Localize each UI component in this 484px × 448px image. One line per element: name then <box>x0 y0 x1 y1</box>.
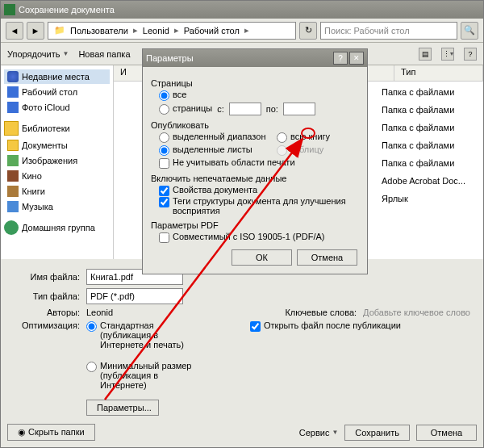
pictures-icon <box>7 155 19 166</box>
sidebar-item-pictures[interactable]: Изображения <box>4 153 110 168</box>
from-label: с: <box>217 104 224 114</box>
dialog-footer: ◉ Скрыть папки Сервис ▼ Сохранить Отмена <box>7 424 477 441</box>
parameters-button[interactable]: Параметры... <box>86 400 159 416</box>
keywords-hint[interactable]: Добавьте ключевое слово <box>363 308 470 317</box>
sidebar-item-icloud[interactable]: Фото iCloud <box>4 100 110 115</box>
sidebar-item-music[interactable]: Музыка <box>4 199 110 214</box>
pub-table-radio[interactable]: таблицу <box>277 144 323 156</box>
sidebar-item-books[interactable]: Книги <box>4 184 110 199</box>
col-type[interactable]: Тип <box>394 65 483 81</box>
sidebar-homegroup[interactable]: Домашняя группа <box>4 219 110 237</box>
optimization-label: Оптимизация: <box>14 320 80 330</box>
list-item[interactable]: Папка с файлами <box>378 138 483 153</box>
refresh-button[interactable]: ↻ <box>299 22 317 40</box>
sidebar-item-documents[interactable]: Документы <box>4 138 110 153</box>
list-item[interactable]: Adobe Acrobat Doc... <box>378 174 483 188</box>
sidebar-item-desktop[interactable]: Рабочий стол <box>4 85 110 99</box>
sidebar-libraries-header[interactable]: Библиотеки <box>4 119 110 137</box>
popup-close-button[interactable]: ✕ <box>349 52 364 65</box>
filetype-input[interactable] <box>86 288 183 304</box>
list-item[interactable]: Папка с файлами <box>378 85 483 99</box>
address-bar: ◄ ► 📁 Пользователи▸ Leonid▸ Рабочий стол… <box>1 19 483 43</box>
sidebar-item-video[interactable]: Кино <box>4 169 110 183</box>
filename-label: Имя файла: <box>14 272 80 282</box>
list-item[interactable]: Папка с файлами <box>378 156 483 170</box>
pdf-params-group: Параметры PDF <box>151 220 361 230</box>
icloud-icon <box>7 102 19 113</box>
back-button[interactable]: ◄ <box>6 22 23 40</box>
desktop-icon <box>7 86 19 98</box>
parameters-dialog: Параметры ? ✕ Страницы все страницы с: п… <box>142 48 368 274</box>
file-list: Папка с файлами Папка с файлами Папка с … <box>378 82 483 209</box>
music-icon <box>7 201 19 212</box>
filetype-label: Тип файла: <box>14 291 80 301</box>
search-go-button[interactable]: 🔍 <box>461 22 478 40</box>
open-after-checkbox[interactable]: Открыть файл после публикации <box>250 320 401 332</box>
pub-sheets-radio[interactable]: выделенные листы <box>159 144 272 156</box>
authors-label: Авторы: <box>14 308 80 317</box>
film-icon <box>7 170 19 182</box>
star-icon <box>7 71 19 82</box>
include-group: Включить непечатаемые данные <box>151 174 361 183</box>
opt-standard-radio[interactable]: Стандартная (публикация в Интернете и пе… <box>86 320 205 350</box>
breadcrumb-item[interactable]: Leonid <box>140 26 172 36</box>
struct-tags-checkbox[interactable]: Теги структуры документа для улучшения в… <box>159 196 361 216</box>
pages-range-radio[interactable]: страницы <box>159 103 212 115</box>
opt-minimum-radio[interactable]: Минимальный размер (публикация в Интерне… <box>86 361 205 390</box>
sidebar-item-recent[interactable]: Недавние места <box>4 69 110 84</box>
ignore-print-checkbox[interactable]: Не учитывать области печати <box>159 157 361 169</box>
forward-button[interactable]: ► <box>27 22 44 40</box>
cancel-button[interactable]: Отмена <box>416 425 477 441</box>
to-label: по: <box>266 104 278 114</box>
main-titlebar[interactable]: Сохранение документа <box>1 1 483 19</box>
new-folder-button[interactable]: Новая папка <box>78 49 130 59</box>
folder-icon <box>7 140 19 151</box>
publish-group: Опубликовать <box>151 120 361 130</box>
popup-cancel-button[interactable]: Отмена <box>297 249 357 266</box>
help-icon[interactable]: ? <box>464 48 477 61</box>
breadcrumb[interactable]: 📁 Пользователи▸ Leonid▸ Рабочий стол▸ <box>48 22 296 40</box>
view-layout-icon[interactable]: ▤ <box>419 48 432 61</box>
service-menu[interactable]: Сервис ▼ <box>299 428 339 438</box>
hide-folders-button[interactable]: ◉ Скрыть папки <box>7 424 95 441</box>
libraries-icon <box>4 121 19 136</box>
view-options-icon[interactable]: ⋮▾ <box>441 48 454 61</box>
homegroup-icon <box>4 220 19 235</box>
window-title: Сохранение документа <box>19 5 480 15</box>
pages-all-radio[interactable]: все <box>159 90 361 101</box>
organize-menu[interactable]: Упорядочить▼ <box>7 49 69 59</box>
page-to-input[interactable] <box>283 103 315 115</box>
popup-title: Параметры <box>146 53 333 63</box>
save-form: Имя файла: Тип файла: Авторы: Leonid Клю… <box>1 259 483 425</box>
list-item[interactable]: Ярлык <box>378 191 483 206</box>
book-icon <box>7 186 19 197</box>
keywords-label: Ключевые слова: <box>285 308 357 317</box>
popup-ok-button[interactable]: ОК <box>232 249 292 266</box>
popup-help-button[interactable]: ? <box>333 52 348 65</box>
sidebar: Недавние места Рабочий стол Фото iCloud … <box>1 65 114 259</box>
authors-value[interactable]: Leonid <box>86 308 113 317</box>
save-button[interactable]: Сохранить <box>344 425 410 441</box>
list-item[interactable]: Папка с файлами <box>378 120 483 135</box>
iso-checkbox[interactable]: Совместимый с ISO 19005-1 (PDF/A) <box>159 232 361 243</box>
pub-range-radio[interactable]: выделенный диапазон <box>159 132 272 143</box>
breadcrumb-item[interactable]: Рабочий стол <box>182 26 242 36</box>
annotation-circle <box>301 128 315 139</box>
breadcrumb-item[interactable]: Пользователи <box>68 26 131 36</box>
pages-group: Страницы <box>151 78 361 88</box>
popup-titlebar[interactable]: Параметры ? ✕ <box>143 49 367 67</box>
doc-props-checkbox[interactable]: Свойства документа <box>159 185 361 196</box>
list-item[interactable]: Папка с файлами <box>378 103 483 117</box>
search-input[interactable]: Поиск: Рабочий стол <box>320 22 457 40</box>
page-from-input[interactable] <box>229 103 261 115</box>
excel-icon <box>4 4 15 15</box>
